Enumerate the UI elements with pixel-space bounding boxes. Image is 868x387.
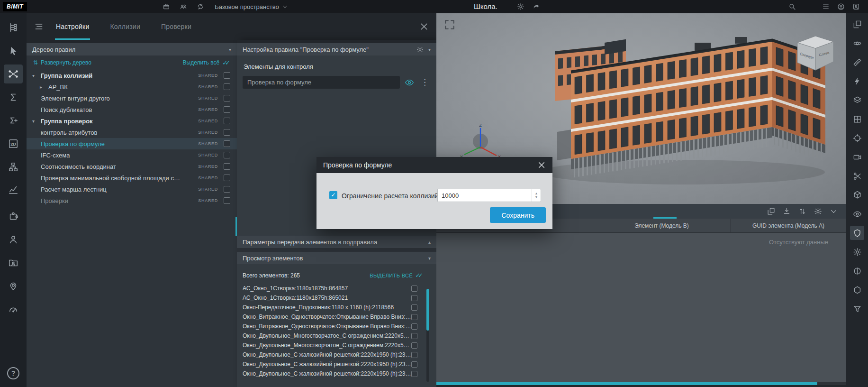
row-checkbox[interactable]	[224, 175, 230, 181]
rule-value-field[interactable]: Проверка по формуле	[243, 76, 400, 89]
element-list-item[interactable]: Окно_Двупольное_С жалюзийной решеткой:22…	[243, 369, 431, 378]
chevron-down-icon[interactable]: ▾	[32, 73, 40, 78]
fullscreen-icon[interactable]	[444, 19, 455, 30]
chevron-down-icon[interactable]: ▾	[32, 119, 40, 124]
grid-icon[interactable]	[850, 112, 864, 126]
tab-checks[interactable]: Проверки	[161, 13, 191, 40]
eye-icon[interactable]	[850, 207, 864, 221]
view-cube[interactable]: Спереди Слева	[791, 31, 838, 75]
target-icon[interactable]	[850, 131, 864, 145]
element-checkbox[interactable]	[411, 304, 417, 311]
tree-row-selected[interactable]: Проверка по формуле SHARED	[27, 138, 237, 149]
row-checkbox[interactable]	[224, 72, 230, 79]
sync-icon[interactable]	[194, 1, 207, 12]
tree-row[interactable]: ▸ АР_ВК SHARED	[27, 81, 237, 92]
tab-collisions[interactable]: Коллизии	[110, 13, 140, 40]
element-checkbox[interactable]	[411, 361, 417, 368]
element-list-item[interactable]: АС_Окно_1Створка:1180х1875h:865021	[243, 293, 431, 303]
gear-icon[interactable]	[814, 207, 822, 215]
element-list-item[interactable]: АС_Окно_1Створка:1180х1875h:864857	[243, 284, 431, 293]
tree-row[interactable]: Поиск дубликатов SHARED	[27, 104, 237, 115]
row-checkbox[interactable]	[224, 186, 230, 193]
clone-icon[interactable]	[767, 207, 775, 215]
element-checkbox[interactable]	[411, 314, 417, 320]
row-checkbox[interactable]	[224, 118, 230, 124]
tree-row[interactable]: ▾ Группа проверок SHARED	[27, 115, 237, 127]
tree-row[interactable]: Расчет марша лестниц SHARED	[27, 184, 237, 195]
row-checkbox[interactable]	[224, 197, 230, 204]
measure-icon[interactable]	[850, 55, 864, 69]
column-header[interactable]: GUID элемента (Модель A)	[730, 219, 846, 232]
eye-icon[interactable]	[405, 78, 414, 87]
column-header[interactable]: Элемент (Модель B)	[593, 219, 730, 232]
panel-menu-icon[interactable]	[34, 22, 44, 31]
hexagon-icon[interactable]	[850, 283, 864, 297]
row-checkbox[interactable]	[224, 95, 230, 101]
element-list-item[interactable]: Окно_Двупольное_С жалюзийной решеткой:22…	[243, 350, 431, 359]
user-location-tool[interactable]	[4, 276, 23, 295]
limit-checkbox[interactable]: ✓	[329, 191, 337, 199]
select-tool[interactable]	[4, 41, 23, 60]
element-checkbox[interactable]	[411, 333, 417, 339]
shield-icon[interactable]	[850, 226, 864, 240]
row-checkbox[interactable]	[224, 163, 230, 170]
row-checkbox[interactable]	[224, 129, 230, 136]
element-checkbox[interactable]	[411, 371, 417, 377]
row-checkbox[interactable]	[224, 83, 230, 90]
chevron-down-icon[interactable]: ▾	[428, 256, 431, 261]
tree-row[interactable]: IFC-схема SHARED	[27, 149, 237, 161]
dialog-header[interactable]: Проверка по формуле	[316, 157, 552, 173]
plugins-tool[interactable]	[4, 207, 23, 226]
sum-plus-tool[interactable]	[4, 111, 23, 130]
search-icon[interactable]	[786, 1, 799, 12]
more-options-icon[interactable]: ⋮	[419, 78, 431, 86]
expand-tree-link[interactable]: ⇅ Развернуть дерево	[33, 59, 91, 66]
account-icon[interactable]	[834, 1, 848, 12]
layers-icon[interactable]	[850, 93, 864, 107]
structure-tool[interactable]	[4, 157, 23, 176]
element-list-item[interactable]: Окно_Витражное_Одностворчатое:Открывание…	[243, 322, 431, 331]
row-checkbox[interactable]	[224, 106, 230, 113]
copy-view-icon[interactable]	[850, 17, 864, 31]
bolt-icon[interactable]	[850, 74, 864, 88]
number-spinner[interactable]: ▲▼	[532, 189, 541, 202]
users-tool[interactable]	[4, 230, 23, 249]
close-icon[interactable]	[537, 161, 546, 169]
chevron-right-icon[interactable]: ▸	[40, 84, 47, 90]
cut-icon[interactable]	[850, 169, 864, 183]
element-checkbox[interactable]	[411, 323, 417, 330]
app-logo[interactable]: BiMiT	[3, 2, 27, 11]
element-checkbox[interactable]	[411, 286, 417, 292]
tree-section-header[interactable]: Дерево правил ▾	[27, 43, 237, 55]
box-3d-icon[interactable]	[850, 188, 864, 202]
2d-view-tool[interactable]: 2D	[4, 134, 23, 153]
orbit-icon[interactable]	[850, 36, 864, 50]
select-all-link[interactable]: Выделить всё ✓✓	[183, 59, 230, 66]
tree-row[interactable]: контроль атрибутов SHARED	[27, 127, 237, 138]
team-icon[interactable]	[177, 1, 190, 12]
tree-row[interactable]: ▾ Группа коллизий SHARED	[27, 70, 237, 81]
graphs-tool[interactable]	[4, 181, 23, 200]
help-button[interactable]: ?	[7, 367, 19, 379]
gear-icon[interactable]	[850, 245, 864, 259]
model-tree-tool[interactable]	[4, 18, 23, 37]
sum-tool[interactable]	[4, 88, 23, 107]
select-all-elements-link[interactable]: ВЫДЕЛИТЬ ВСЁ ✓✓	[370, 272, 423, 279]
tree-row[interactable]: Проверки SHARED	[27, 195, 237, 206]
camera-icon[interactable]	[850, 150, 864, 164]
projects-icon[interactable]	[160, 1, 173, 12]
limit-input[interactable]	[438, 189, 541, 202]
row-checkbox[interactable]	[224, 152, 230, 158]
element-checkbox[interactable]	[411, 352, 417, 358]
tree-row[interactable]: Элемент внтури другого SHARED	[27, 92, 237, 104]
element-checkbox[interactable]	[411, 342, 417, 349]
element-list-item[interactable]: Окно_Двупольное_Многостворчатое_С огражд…	[243, 341, 431, 350]
filter-icon[interactable]	[850, 302, 864, 316]
element-list-item[interactable]: Окно_Двупольное_С жалюзийной решеткой:22…	[243, 359, 431, 369]
users-card-icon[interactable]	[850, 1, 863, 12]
shared-folder-tool[interactable]	[4, 253, 23, 272]
menu-list-icon[interactable]	[819, 1, 832, 12]
element-list-item[interactable]: Окно_Витражное_Одностворчатое:Открывание…	[243, 312, 431, 322]
chevron-down-icon[interactable]: ▾	[428, 47, 431, 52]
tab-settings[interactable]: Настройки	[56, 13, 89, 40]
